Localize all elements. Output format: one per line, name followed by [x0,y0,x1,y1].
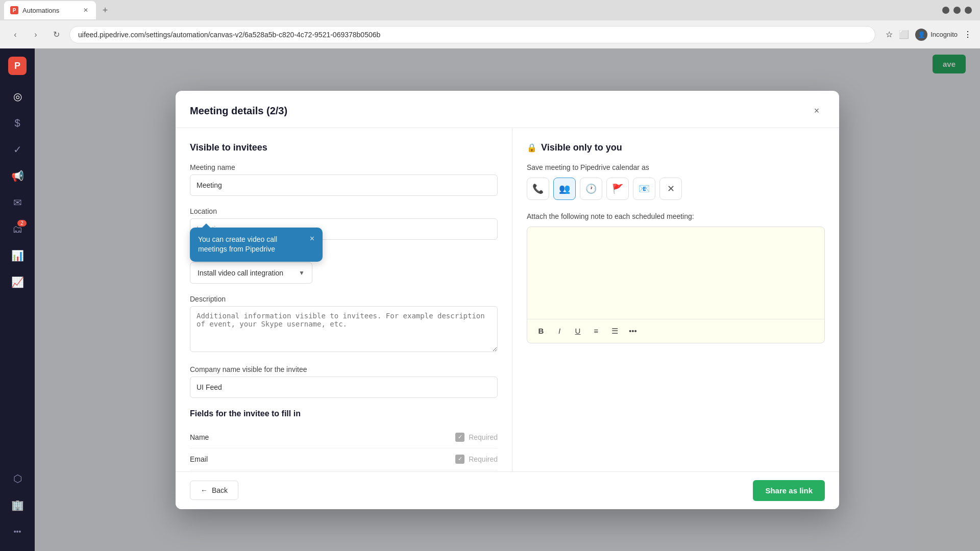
close-icon: × [814,106,820,116]
name-required-checkbox[interactable]: ✓ [455,433,464,442]
sidebar-item-campaigns[interactable]: 📢 [6,165,29,187]
calendar-type-none[interactable]: ✕ [659,178,682,200]
sidebar-toggle-icon[interactable]: ⬜ [899,30,909,39]
share-as-link-button[interactable]: Share as link [753,480,825,501]
sidebar-item-target[interactable]: ◎ [6,85,29,108]
back-nav-button[interactable]: ‹ [8,28,22,42]
chart-icon: 📊 [11,249,24,262]
meeting-details-modal: Meeting details (2/3) × Visible to invit… [176,91,839,509]
calendar-type-deadline[interactable]: 🕐 [580,178,602,200]
modal-close-button[interactable]: × [808,103,825,119]
video-call-dropdown-label: Install video call integration [198,269,283,277]
maximize-button[interactable] [953,7,961,14]
sidebar-item-sales[interactable]: $ [6,112,29,134]
sidebar-item-reports[interactable]: 📊 [6,244,29,267]
note-content-area[interactable] [527,227,824,319]
italic-button[interactable]: I [552,323,567,339]
modal-header: Meeting details (2/3) × [176,91,839,128]
tooltip-text: You can create video call meetings from … [198,235,305,255]
star-icon[interactable]: ☆ [886,30,893,39]
calendar-type-call[interactable]: 📞 [527,178,549,200]
incognito-badge: 👤 Incognito [915,29,958,41]
calendar-type-selector: 📞 👥 🕐 🚩 📧 [527,178,825,200]
tab-favicon: P [10,6,18,14]
content-area: ave Meeting details (2/3) × Visible to i… [35,48,980,551]
meeting-name-group: Meeting name [190,163,498,196]
browser-tab[interactable]: P Automations ✕ [4,1,96,19]
ordered-list-icon: ≡ [594,327,599,335]
table-row: Name ✓ Required [190,427,498,448]
more-icon: ••• [629,327,637,335]
video-call-dropdown[interactable]: Install video call integration ▼ [190,262,312,284]
underline-button[interactable]: U [570,323,585,339]
email-icon: 📧 [639,183,650,194]
calendar-type-email[interactable]: 📧 [633,178,655,200]
building-icon: 🏢 [11,499,24,511]
phone-icon: 📞 [532,183,544,194]
lock-icon: 🔒 [527,143,537,153]
sidebar-item-products[interactable]: ⬡ [6,467,29,490]
company-name-input[interactable] [190,377,498,398]
modal-body: Visible to invitees Meeting name Locatio… [176,128,839,471]
modal-overlay: Meeting details (2/3) × Visible to invit… [35,48,980,551]
name-required-label: Required [469,433,498,441]
company-name-group: Company name visible for the invitee [190,365,498,398]
sidebar-item-tasks[interactable]: ✓ [6,138,29,161]
sidebar-item-insights[interactable]: 📈 [6,271,29,293]
visible-to-invitees-title: Visible to invitees [190,142,498,153]
meeting-name-input[interactable] [190,174,498,196]
back-button[interactable]: ← Back [190,481,238,500]
close-window-button[interactable] [965,7,972,14]
sidebar-item-projects[interactable]: 🗂 2 [6,218,29,240]
target-icon: ◎ [13,90,22,103]
clock-icon: 🕐 [585,183,597,194]
back-arrow-icon: ← [201,486,208,494]
menu-icon[interactable]: ⋮ [964,30,972,39]
modal-footer: ← Back Share as link [176,471,839,509]
visible-only-title: 🔒 Visible only to you [527,142,825,153]
email-required-label: Required [469,455,498,463]
people-icon: 👥 [559,183,570,194]
sidebar-item-more[interactable]: ••• [6,520,29,543]
share-button-label: Share as link [765,486,813,495]
window-controls [942,7,976,14]
reload-button[interactable]: ↻ [49,28,63,42]
email-required-checkbox[interactable]: ✓ [455,455,464,464]
new-tab-button[interactable]: + [98,3,112,17]
fields-section-title: Fields for the invitee to fill in [190,409,498,418]
url-bar[interactable]: uifeed.pipedrive.com/settings/automation… [69,26,875,43]
projects-badge: 2 [17,220,27,227]
location-label: Location [190,207,498,215]
more-icon: ••• [14,528,21,536]
sidebar-item-inbox[interactable]: ✉ [6,191,29,214]
description-group: Description [190,295,498,354]
app-layout: P ◎ $ ✓ 📢 ✉ 🗂 2 📊 📈 ⬡ 🏢 [0,48,980,551]
description-textarea[interactable] [190,306,498,352]
minimize-button[interactable] [942,7,949,14]
forward-nav-button[interactable]: › [29,28,43,42]
url-text: uifeed.pipedrive.com/settings/automation… [78,31,380,39]
unordered-list-icon: ☰ [611,327,618,336]
inbox-icon: ✉ [13,196,22,209]
unordered-list-button[interactable]: ☰ [607,323,622,339]
name-required-group: ✓ Required [455,433,498,442]
bold-button[interactable]: B [533,323,549,339]
app-logo: P [8,57,27,75]
more-formatting-button[interactable]: ••• [625,323,641,339]
calendar-type-meeting[interactable]: 👥 [553,178,576,200]
sidebar-item-companies[interactable]: 🏢 [6,494,29,516]
name-field-label: Name [190,433,455,441]
check-icon: ✓ [13,143,22,156]
location-group: Location You can create video call meeti… [190,207,498,240]
flag-icon: 🚩 [612,183,623,194]
note-toolbar: B I U ≡ ☰ ••• [527,319,824,343]
ordered-list-button[interactable]: ≡ [589,323,604,339]
modal-title: Meeting details (2/3) [190,105,287,117]
calendar-type-task[interactable]: 🚩 [606,178,629,200]
tab-close-button[interactable]: ✕ [82,6,90,14]
tooltip-close-button[interactable]: × [310,235,314,243]
email-required-group: ✓ Required [455,455,498,464]
sidebar: P ◎ $ ✓ 📢 ✉ 🗂 2 📊 📈 ⬡ 🏢 [0,48,35,551]
meeting-name-label: Meeting name [190,163,498,171]
address-bar: ‹ › ↻ uifeed.pipedrive.com/settings/auto… [0,20,980,48]
